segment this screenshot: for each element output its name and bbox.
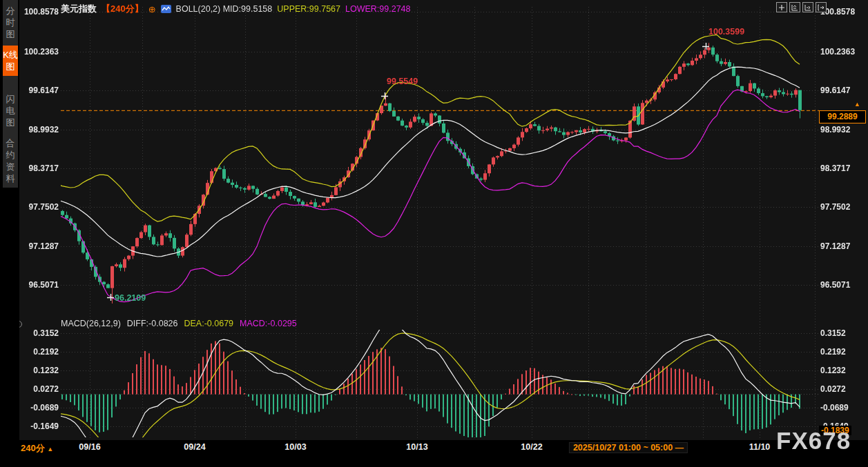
x-axis-date-label: 09/16 [79, 442, 100, 452]
macd-axis-label-left: 0.3152 [21, 328, 59, 339]
sidebar-tab-kline-chart[interactable]: K线图 [3, 46, 18, 76]
macd-axis-label-right: -0.0689 [820, 402, 866, 413]
pan-tool-icon[interactable] [776, 2, 787, 12]
macd-dea-value: DEA:-0.0679 [184, 319, 233, 328]
period-label: 【240分】 [102, 3, 144, 15]
macd-axis-label-left: 0.0272 [21, 384, 59, 395]
x-axis-date-label: 11/10 [749, 442, 771, 452]
bottom-strip: 240分 ▲ 09/1609/2410/0310/1310/222025/10/… [0, 440, 868, 467]
price-marker-icon: ▲ [854, 101, 860, 108]
timeframe-selector[interactable]: 240分 ▲ [21, 442, 53, 455]
macd-axis-label-left: 0.1232 [21, 365, 59, 376]
symbol-name: 美元指数 [61, 3, 97, 15]
price-axis-label-right: 99.6147 [820, 85, 866, 96]
macd-axis-label-right: 0.1232 [820, 365, 866, 376]
axis-scale-icon[interactable] [789, 2, 800, 12]
sidebar: 分时图 K线图 闪电图 合约资料 [0, 0, 19, 467]
price-axis-label-right: 97.1287 [820, 241, 866, 252]
macd-axis-label-left: -0.1649 [21, 421, 59, 432]
compare-add-icon[interactable]: ⊕ [148, 4, 156, 14]
timeframe-label: 240分 [21, 443, 45, 453]
triangle-up-icon: ▲ [47, 446, 53, 453]
boll-mid-value: BOLL(20,2) MID:99.5158 [176, 4, 273, 14]
price-axis-label-left: 99.6147 [21, 85, 59, 96]
peak-price-annotation: 99.5549 [387, 77, 418, 86]
price-axis-label-right: 97.7502 [820, 201, 866, 212]
price-axis-label-left: 100.2363 [21, 46, 59, 57]
x-axis-date-label: 09/24 [184, 442, 205, 452]
price-axis-label-right: 98.3717 [820, 163, 866, 174]
x-axis-date-label: 10/22 [521, 442, 542, 452]
boll-lower-value: LOWER:99.2748 [345, 4, 411, 14]
price-axis-label-left: 98.9932 [21, 124, 59, 135]
exit-fullscreen-icon[interactable] [816, 2, 827, 12]
chart-header: 美元指数 【240分】 ⊕ BOLL(20,2) MID:99.5158 UPP… [61, 3, 411, 15]
macd-axis-label-left: 0.2192 [21, 346, 59, 357]
x-axis-date-label: 10/13 [406, 442, 427, 452]
price-axis-label-left: 97.7502 [21, 201, 59, 212]
boll-upper-value: UPPER:99.7567 [277, 4, 340, 14]
low-price-annotation: 96.2109 [115, 293, 146, 303]
price-axis-label-right: 96.5071 [820, 279, 866, 290]
macd-min-label: -0.1839 [819, 426, 851, 435]
price-axis-label-left: 100.8578 [21, 6, 59, 17]
x-axis-selected-datetime: 2025/10/27 01:00 ~ 05:00 — [569, 442, 688, 453]
chart-toolbar-icons [776, 2, 827, 12]
price-axis-label-left: 98.3717 [21, 163, 59, 174]
price-axis-label-right: 100.8578 [820, 6, 866, 17]
x-axis-date-label: 10/03 [284, 442, 306, 452]
macd-axis-label-right: 0.0272 [820, 384, 866, 395]
chart-type-icon[interactable] [161, 5, 171, 13]
macd-axis-label-left: -0.0689 [21, 402, 59, 413]
chart-canvas[interactable] [0, 0, 868, 467]
macd-axis-label-right: 0.2192 [820, 346, 866, 357]
macd-hist-value: MACD:-0.0295 [240, 319, 297, 328]
sidebar-tab-contract-info[interactable]: 合约资料 [3, 134, 18, 188]
trading-app-window: 分时图 K线图 闪电图 合约资料 美元指数 【240分】 ⊕ BOLL(20,2… [0, 0, 868, 467]
macd-header: MACD(26,12,9) DIFF:-0.0826 DEA:-0.0679 M… [61, 319, 297, 328]
price-axis-label-right: 100.2363 [820, 46, 866, 57]
price-axis-label-left: 97.1287 [21, 241, 59, 252]
macd-title: MACD(26,12,9) [61, 319, 121, 328]
sidebar-tab-time-chart[interactable]: 分时图 [3, 1, 18, 43]
macd-diff-value: DIFF:-0.0826 [127, 319, 178, 328]
sidebar-tab-flash-chart[interactable]: 闪电图 [3, 90, 18, 132]
price-axis-label-left: 96.5071 [21, 279, 59, 290]
peak-price-annotation: 100.3599 [708, 27, 744, 37]
axis-shift-icon[interactable] [802, 2, 813, 12]
price-axis-label-right: 98.9932 [820, 124, 866, 135]
current-price-tag: 99.2889 [819, 110, 866, 123]
macd-axis-label-right: 0.3152 [820, 328, 866, 339]
